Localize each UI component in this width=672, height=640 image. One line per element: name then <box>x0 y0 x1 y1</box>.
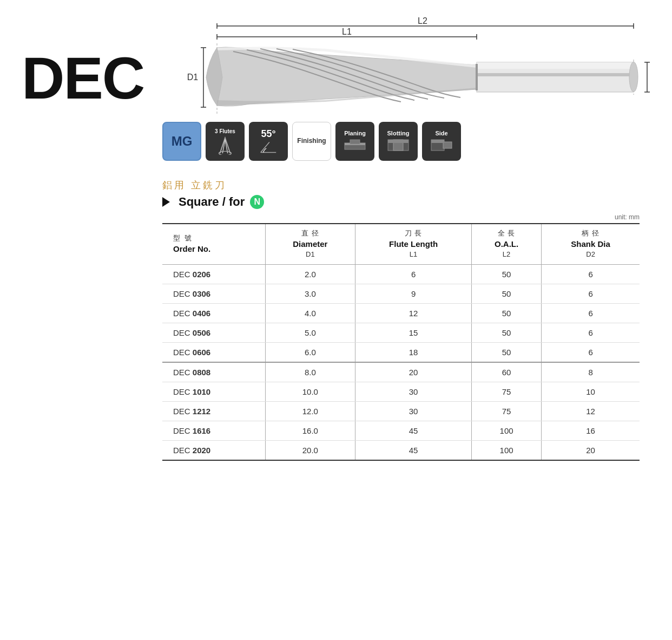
table-row: DEC 121212.0307512 <box>162 401 640 421</box>
cell-diameter: 20.0 <box>265 440 355 460</box>
th-en-diam: Diameter <box>293 239 327 249</box>
cell-oal: 100 <box>471 440 541 460</box>
th-order-no: 型 號 Order No. <box>162 224 265 264</box>
cell-flute_length: 30 <box>355 382 472 401</box>
th-cn-order: 型 號 <box>173 233 259 243</box>
angle-icon <box>258 140 279 155</box>
cell-shank_dia: 8 <box>542 362 640 382</box>
badges-row: MG 3 Flutes 55° Finishing Planing Slo <box>162 122 461 161</box>
table-header-row: 型 號 Order No. 直 径 Diameter D1 刀 長 Flute … <box>162 224 640 264</box>
svg-rect-19 <box>477 62 634 69</box>
table-section: 鋁用 立銑刀 Square / for N unit: mm 型 號 Order… <box>162 179 640 461</box>
cell-diameter: 4.0 <box>265 303 355 323</box>
cell-oal: 50 <box>471 264 541 284</box>
table-row: DEC 03063.09506 <box>162 284 640 303</box>
product-table: 型 號 Order No. 直 径 Diameter D1 刀 長 Flute … <box>162 223 640 461</box>
cell-flute_length: 20 <box>355 362 472 382</box>
brand-title: DEC <box>22 43 144 112</box>
svg-rect-33 <box>431 140 444 143</box>
svg-line-24 <box>261 142 269 152</box>
th-sub-shank: D2 <box>548 250 633 259</box>
subtitle-en: Square / for N <box>162 195 640 209</box>
table-row: DEC 161616.04510016 <box>162 421 640 440</box>
svg-rect-30 <box>388 140 409 143</box>
badge-55deg-label: 55° <box>261 128 275 140</box>
svg-rect-20 <box>477 73 634 76</box>
cell-diameter: 12.0 <box>265 401 355 421</box>
cell-order-no: DEC 0808 <box>162 362 265 382</box>
th-cn-fl: 刀 長 <box>362 228 465 238</box>
flutes-icon <box>215 135 235 155</box>
cell-diameter: 6.0 <box>265 342 355 362</box>
badge-mg: MG <box>162 122 201 161</box>
cell-shank_dia: 6 <box>542 264 640 284</box>
badge-55deg: 55° <box>249 122 288 161</box>
cell-order-no: DEC 0506 <box>162 323 265 342</box>
cell-diameter: 16.0 <box>265 421 355 440</box>
cell-order-no: DEC 2020 <box>162 440 265 460</box>
cell-shank_dia: 6 <box>542 303 640 323</box>
cell-diameter: 3.0 <box>265 284 355 303</box>
table-row: DEC 04064.012506 <box>162 303 640 323</box>
svg-text:L2: L2 <box>418 16 427 25</box>
badge-side-label: Side <box>435 130 447 136</box>
cell-flute_length: 18 <box>355 342 472 362</box>
svg-rect-32 <box>443 142 452 148</box>
tool-diagram-svg: L2 L1 D1 D2 <box>162 16 650 125</box>
cell-order-no: DEC 1010 <box>162 382 265 401</box>
subtitle-en-text: Square / for <box>179 195 245 209</box>
table-row: DEC 05065.015506 <box>162 323 640 342</box>
cell-shank_dia: 6 <box>542 284 640 303</box>
th-cn-oal: 全 長 <box>478 228 535 238</box>
cell-shank_dia: 6 <box>542 342 640 362</box>
planing-icon <box>342 138 367 153</box>
subtitle-cn: 鋁用 立銑刀 <box>162 179 640 192</box>
cell-oal: 50 <box>471 342 541 362</box>
th-diameter: 直 径 Diameter D1 <box>265 224 355 264</box>
cell-flute_length: 45 <box>355 421 472 440</box>
n-badge: N <box>250 195 264 209</box>
cell-diameter: 10.0 <box>265 382 355 401</box>
cell-oal: 50 <box>471 284 541 303</box>
cell-flute_length: 9 <box>355 284 472 303</box>
th-en-order: Order No. <box>173 244 210 253</box>
cell-flute_length: 30 <box>355 401 472 421</box>
badge-side: Side <box>422 122 461 161</box>
cell-oal: 60 <box>471 362 541 382</box>
cell-shank_dia: 10 <box>542 382 640 401</box>
th-flute-length: 刀 長 Flute Length L1 <box>355 224 472 264</box>
cell-flute_length: 12 <box>355 303 472 323</box>
th-cn-diam: 直 径 <box>272 228 349 238</box>
th-en-fl: Flute Length <box>389 239 438 249</box>
cell-oal: 100 <box>471 421 541 440</box>
cell-flute_length: 45 <box>355 440 472 460</box>
badge-mg-label: MG <box>172 134 193 149</box>
badge-3flutes: 3 Flutes <box>206 122 245 161</box>
table-row: DEC 202020.04510020 <box>162 440 640 460</box>
badge-finishing: Finishing <box>292 122 331 161</box>
badge-3flutes-label: 3 Flutes <box>215 128 235 134</box>
th-sub-fl: L1 <box>362 250 465 259</box>
cell-order-no: DEC 1616 <box>162 421 265 440</box>
table-row: DEC 08088.020608 <box>162 362 640 382</box>
svg-point-22 <box>219 151 232 155</box>
table-row: DEC 101010.0307510 <box>162 382 640 401</box>
cell-shank_dia: 20 <box>542 440 640 460</box>
th-sub-oal: L2 <box>478 250 535 259</box>
cell-order-no: DEC 0406 <box>162 303 265 323</box>
cell-order-no: DEC 0306 <box>162 284 265 303</box>
badge-slotting-label: Slotting <box>387 130 410 136</box>
table-body: DEC 02062.06506DEC 03063.09506DEC 04064.… <box>162 264 640 460</box>
svg-rect-27 <box>350 140 360 144</box>
cell-diameter: 5.0 <box>265 323 355 342</box>
th-en-shank: Shank Dia <box>571 239 610 249</box>
cell-oal: 75 <box>471 382 541 401</box>
badge-slotting: Slotting <box>379 122 418 161</box>
cell-oal: 50 <box>471 323 541 342</box>
cell-shank_dia: 16 <box>542 421 640 440</box>
th-cn-shank: 柄 径 <box>548 228 633 238</box>
table-row: DEC 02062.06506 <box>162 264 640 284</box>
cell-shank_dia: 12 <box>542 401 640 421</box>
svg-text:L1: L1 <box>342 27 352 36</box>
arrow-icon <box>162 197 170 207</box>
